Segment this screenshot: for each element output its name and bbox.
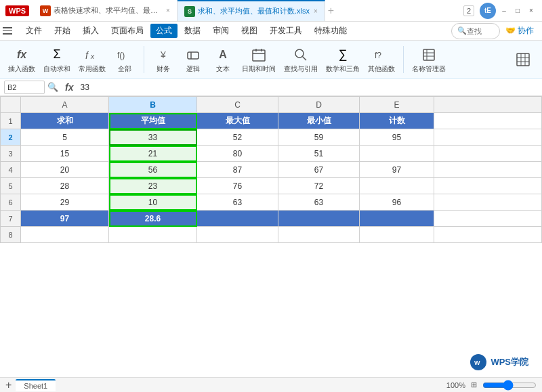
cell-D4[interactable]: 67 [278,162,360,178]
cell-E3[interactable] [360,146,434,162]
toolbar-finance[interactable]: ¥ 财务 [150,44,177,75]
zoom-slider[interactable] [482,380,537,391]
cell-B1[interactable]: 平均值 [109,113,197,129]
cell-reference[interactable]: B2 [4,81,45,94]
sheet-tab-1[interactable]: Sheet1 [16,379,56,391]
cell-F2[interactable] [434,129,542,146]
toolbar-math[interactable]: ∑ 数学和三角 [323,44,362,75]
menu-collab[interactable]: 🤝 协作 [500,24,539,38]
cell-D7[interactable] [278,211,360,227]
cell-B6[interactable]: 10 [109,194,197,211]
menu-file[interactable]: 文件 [20,24,47,38]
toolbar-all-fn[interactable]: f() 全部 [111,44,138,75]
cell-B2[interactable]: 33 [109,129,197,146]
cell-B7[interactable]: 28.6 [109,211,197,227]
cell-C4[interactable]: 87 [197,162,278,178]
tab-wps-close[interactable]: × [166,7,170,14]
toolbar-insert-fn[interactable]: fx 插入函数 [5,44,38,75]
cell-D3[interactable]: 51 [278,146,360,162]
cell-A6[interactable]: 29 [21,194,109,211]
cell-B3[interactable]: 21 [109,146,197,162]
add-tab-button[interactable]: + [328,5,334,17]
cell-E7[interactable] [360,211,434,227]
col-header-rest[interactable] [434,97,542,113]
col-header-A[interactable]: A [21,97,109,113]
cell-C2[interactable]: 52 [197,129,278,146]
cell-F4[interactable] [434,162,542,178]
search-input[interactable] [467,27,494,35]
toolbar-auto-sum[interactable]: Σ 自动求和 [41,44,73,75]
toolbar-datetime[interactable]: 日期和时间 [239,44,278,75]
search-box[interactable]: 🔍 [451,23,500,39]
cell-E1[interactable]: 计数 [360,113,434,129]
cell-C6[interactable]: 63 [197,194,278,211]
tab-wps-doc[interactable]: W 表格快速求和、求平均值、最值和计数 ... × [33,0,178,21]
toolbar-text[interactable]: A 文本 [209,44,236,75]
cell-E5[interactable] [360,178,434,194]
cell-C3[interactable]: 80 [197,146,278,162]
cell-C8[interactable] [197,227,278,243]
cell-A8[interactable] [21,227,109,243]
menu-review[interactable]: 审阅 [207,24,234,38]
menu-view[interactable]: 视图 [236,24,263,38]
cell-F7[interactable] [434,211,542,227]
col-header-C[interactable]: C [197,97,278,113]
cell-C1[interactable]: 最大值 [197,113,278,129]
cell-D8[interactable] [278,227,360,243]
cell-E8[interactable] [360,227,434,243]
toolbar-table-btn[interactable] [509,49,537,70]
col-header-D[interactable]: D [278,97,360,113]
minimize-button[interactable]: – [499,5,509,16]
toolbar-logic[interactable]: 逻辑 [180,44,207,75]
maximize-button[interactable]: □ [512,5,523,16]
cell-A1[interactable]: 求和 [21,113,109,129]
tab-xlsx[interactable]: S 求和、求平均值、最值和计数.xlsx × [178,0,325,21]
hamburger-menu[interactable] [3,24,16,38]
table-row: 1 求和 平均值 最大值 最小值 计数 [1,113,542,129]
table-row: 3 15 21 80 51 [1,146,542,162]
cell-A2[interactable]: 5 [21,129,109,146]
status-area: 100% ⊞ [446,380,537,391]
cell-F3[interactable] [434,146,542,162]
cell-F5[interactable] [434,178,542,194]
menu-special[interactable]: 特殊功能 [309,24,352,38]
col-header-E[interactable]: E [360,97,434,113]
menu-developer[interactable]: 开发工具 [264,24,308,38]
cell-C5[interactable]: 76 [197,178,278,194]
cell-A4[interactable]: 20 [21,162,109,178]
menu-home[interactable]: 开始 [49,24,76,38]
cell-E4[interactable]: 97 [360,162,434,178]
cell-B8[interactable] [109,227,197,243]
cell-E2[interactable]: 95 [360,129,434,146]
cell-D6[interactable]: 63 [278,194,360,211]
formula-input[interactable] [80,81,538,94]
cell-B4[interactable]: 56 [109,162,197,178]
cell-A5[interactable]: 28 [21,178,109,194]
cell-A7[interactable]: 97 [21,211,109,227]
view-normal[interactable]: ⊞ [471,380,477,389]
cell-C7[interactable] [197,211,278,227]
cell-F6[interactable] [434,194,542,211]
close-button[interactable]: × [526,5,537,16]
cell-A3[interactable]: 15 [21,146,109,162]
tab-xlsx-close[interactable]: × [314,7,318,15]
cell-E6[interactable]: 96 [360,194,434,211]
add-sheet-button[interactable]: + [5,379,12,391]
toolbar-common-fn[interactable]: fx 常用函数 [76,44,108,75]
cell-F8[interactable] [434,227,542,243]
menu-data[interactable]: 数据 [179,24,206,38]
cell-B5[interactable]: 23 [109,178,197,194]
menu-formula[interactable]: 公式 [150,24,178,38]
cell-D2[interactable]: 59 [278,129,360,146]
toolbar-other-fn[interactable]: f? 其他函数 [365,44,398,75]
toolbar-name-mgr[interactable]: 名称管理器 [409,44,449,75]
cell-D1[interactable]: 最小值 [278,113,360,129]
col-header-B[interactable]: B [109,97,197,113]
row-num-1: 1 [1,113,21,129]
cell-D5[interactable]: 72 [278,178,360,194]
menu-insert[interactable]: 插入 [77,24,104,38]
menu-page-layout[interactable]: 页面布局 [106,24,149,38]
cell-F1[interactable] [434,113,542,129]
toolbar-lookup[interactable]: 查找与引用 [281,44,320,75]
logic-label: 逻辑 [186,64,200,74]
